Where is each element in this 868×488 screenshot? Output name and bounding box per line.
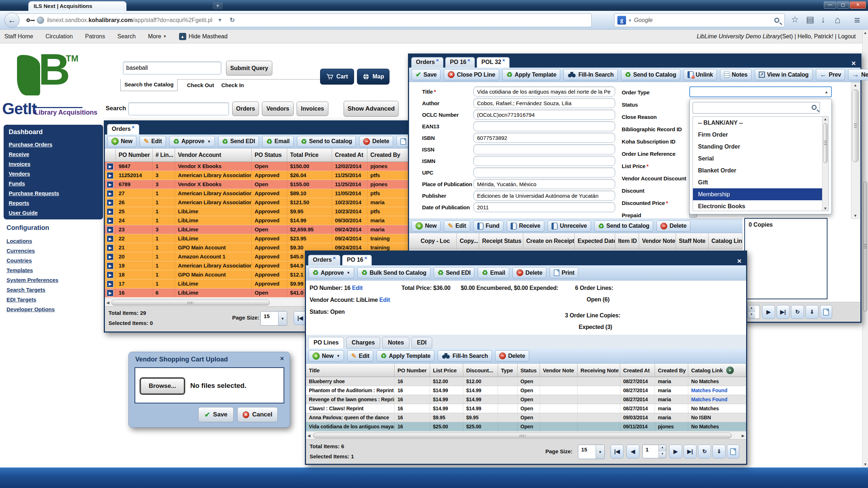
downloads-icon[interactable]: ↓ — [817, 14, 830, 25]
page-size-select[interactable]: 15 ▼ — [578, 445, 605, 459]
dropdown-search-input[interactable] — [693, 103, 809, 113]
table-row[interactable]: Vida cotidiana de los antiguos mayas...1… — [306, 422, 746, 431]
download-button[interactable]: ⇓ — [712, 445, 726, 458]
fund-button[interactable]: Fund — [473, 221, 503, 232]
email-button[interactable]: Email — [262, 136, 294, 147]
last-page-button[interactable]: ▶| — [776, 305, 790, 319]
isbn-input[interactable] — [473, 133, 615, 143]
scroll-up-icon[interactable]: ▲ — [851, 83, 859, 87]
row-detail-button[interactable]: ▶ — [105, 225, 116, 234]
panel-close-icon[interactable]: ✕ — [849, 59, 858, 68]
delete-button[interactable]: Delete — [359, 136, 393, 147]
dropdown-search[interactable] — [693, 102, 820, 114]
row-detail-button[interactable]: ▶ — [105, 207, 116, 216]
scroll-down-icon[interactable]: ▼ — [822, 206, 828, 210]
header-cell[interactable]: PO Number — [116, 149, 153, 162]
header-cell[interactable]: Created By — [367, 149, 414, 162]
new-tab-button[interactable]: + — [213, 2, 223, 9]
page-size-select[interactable]: 15 ▼ — [260, 311, 287, 326]
masthead-link[interactable]: Patrons — [85, 33, 105, 40]
catalog-link[interactable]: Matches Found — [688, 386, 746, 395]
table-row[interactable]: Revenge of the lawn gnomes : Reprint16$1… — [306, 395, 746, 404]
save-button[interactable]: Save — [198, 407, 234, 422]
next-page-button[interactable]: ▶ — [669, 445, 682, 458]
dropdown-scrollbar[interactable]: ▲ ▼ — [822, 117, 828, 211]
tab-orders[interactable]: Orders× — [308, 255, 340, 265]
tab-orders[interactable]: Orders× — [107, 124, 139, 134]
table-row[interactable]: ▶98471Vendor X EbooksOpen$150.0012/02/20… — [105, 162, 414, 171]
row-detail-button[interactable]: ▶ — [105, 216, 116, 225]
notes-button[interactable]: Notes — [720, 69, 751, 80]
table-row[interactable]: ▶271American Library AssociationApproved… — [105, 189, 414, 198]
tab-check-out[interactable]: Check Out — [187, 82, 214, 88]
delete-button[interactable]: Delete — [495, 350, 529, 361]
masthead-link[interactable]: Search — [117, 33, 136, 40]
close-icon[interactable]: × — [132, 124, 135, 132]
table-row[interactable]: Anna Pavlova: queen of the dance16$9.95$… — [306, 413, 746, 422]
url-dropdown-button[interactable]: ▼ — [215, 15, 225, 26]
sidebar-item[interactable]: Invoices — [9, 159, 30, 169]
account-info[interactable]: LibLime University Demo Library (Set) | … — [697, 30, 856, 43]
close-icon[interactable]: × — [364, 255, 367, 263]
dropdown-option[interactable]: Blanket Order — [693, 164, 828, 176]
dropdown-option[interactable]: Gift — [693, 176, 828, 188]
sidebar-item[interactable]: Funds — [9, 179, 25, 188]
browser-tab[interactable]: ILS Next | Acquisitions — [28, 1, 127, 11]
row-detail-button[interactable]: ▶ — [105, 198, 116, 207]
scroll-down-icon[interactable]: ▼ — [851, 214, 859, 218]
url-text[interactable]: ilsnext.sandbox.kohalibrary.com/app/staf… — [47, 17, 212, 23]
po-lines-hscrollbar[interactable]: ◀ ▶ — [306, 431, 746, 439]
search-go-icon[interactable] — [774, 18, 779, 23]
browser-scrollbar[interactable]: ▲ ▼ — [862, 30, 868, 467]
header-cell[interactable]: Item ID — [615, 233, 639, 249]
quick-search-input[interactable] — [128, 102, 229, 115]
masthead-link[interactable]: Staff Home — [4, 33, 33, 40]
order-type-select[interactable]: ▲ — [689, 86, 832, 97]
submit-query-button[interactable]: Submit Query — [226, 61, 272, 76]
dropdown-option[interactable]: Electronic Books — [693, 200, 828, 211]
row-detail-button[interactable]: ▶ — [105, 288, 116, 297]
table-row[interactable]: ▶251LibLimeApproved$9.9510/23/2014ptfs — [105, 207, 414, 216]
page-number-spinner[interactable]: 1 ▲▼ — [642, 445, 666, 458]
scroll-up-icon[interactable]: ▲ — [822, 117, 828, 121]
delete-button[interactable]: Delete — [512, 267, 546, 278]
header-cell[interactable]: Title — [306, 364, 395, 377]
download-button[interactable]: ⇓ — [805, 305, 818, 319]
row-detail-button[interactable]: ▶ — [105, 252, 116, 261]
hide-masthead-button[interactable]: ▲Hide Masthead — [179, 33, 228, 40]
delete-button[interactable]: Delete — [656, 221, 690, 232]
view-in-catalog-button[interactable]: View in Catalog — [755, 69, 813, 80]
spin-up-icon[interactable]: ▲ — [659, 445, 666, 451]
tab-pol-32[interactable]: POL 32× — [477, 57, 510, 68]
header-cell[interactable]: Created By — [655, 364, 688, 377]
header-cell[interactable]: Copy - Loc — [409, 233, 457, 249]
close-icon[interactable]: × — [467, 57, 470, 65]
issn-input[interactable] — [473, 144, 615, 154]
header-cell[interactable]: Type — [498, 364, 518, 377]
prev-page-button[interactable]: ◀ — [626, 445, 639, 458]
bookmarks-menu-icon[interactable]: ▤ — [804, 14, 817, 25]
apply-template-button[interactable]: Apply Template — [376, 350, 434, 361]
sidebar-item[interactable]: Locations — [7, 236, 32, 246]
approve-button[interactable]: Approve▼ — [309, 267, 354, 278]
sidebar-item[interactable]: Purchase Requests — [9, 188, 59, 198]
sidebar-item[interactable]: Search Targets — [7, 285, 45, 295]
row-detail-button[interactable]: ▶ — [105, 243, 116, 252]
email-button[interactable]: Email — [478, 267, 509, 278]
send-to-catalog-button[interactable]: Send to Catalog — [594, 221, 654, 232]
header-cell[interactable]: # Lin... — [153, 149, 175, 162]
next-button[interactable]: →Next — [848, 69, 868, 80]
print-button[interactable]: Print — [550, 267, 578, 278]
new-button[interactable]: New▼ — [309, 350, 344, 361]
reload-button[interactable]: ↻ — [227, 15, 237, 26]
table-row[interactable]: Phantom of the Auditorium : Reprint16$14… — [306, 386, 746, 395]
masthead-more[interactable]: More▼ — [148, 33, 166, 40]
tab-notes[interactable]: Notes — [382, 337, 409, 348]
header-cell[interactable]: Created At — [332, 149, 367, 162]
send-to-catalog-button[interactable]: Send to Catalog — [621, 69, 680, 80]
scroll-down-icon[interactable]: ▼ — [863, 462, 868, 466]
tab-po-lines[interactable]: PO Lines — [308, 337, 344, 348]
sidebar-item[interactable]: Vendors — [9, 169, 30, 179]
place-of-publication-input[interactable] — [473, 179, 615, 189]
fill-in-search-button[interactable]: Fill-In Search — [438, 350, 492, 361]
